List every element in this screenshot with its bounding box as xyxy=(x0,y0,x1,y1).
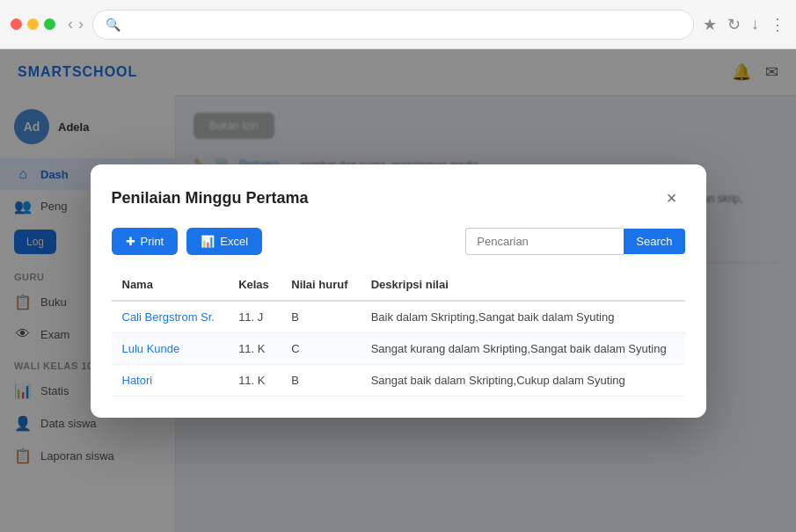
table-row: Cali Bergstrom Sr. 11. J B Baik dalam Sk… xyxy=(112,301,685,333)
browser-actions: ★ ↻ ↓ ⋮ xyxy=(703,15,785,34)
student-kelas: 11. K xyxy=(228,332,281,364)
app-background: SMARTSCHOOL 🔔 ✉ Ad Adela ⌂ Dash 👥 Peng xyxy=(0,49,796,532)
minimize-traffic-light[interactable] xyxy=(27,18,39,30)
table-row: Lulu Kunde 11. K C Sangat kurang dalam S… xyxy=(112,332,685,364)
forward-button[interactable]: › xyxy=(78,15,84,33)
student-name: Lulu Kunde xyxy=(112,332,229,364)
modal-dialog: Penilaian Minggu Pertama × ✚ Print 📊 Exc… xyxy=(91,164,706,418)
student-deskripsi: Sangat baik dalam Skripting,Cukup dalam … xyxy=(361,364,685,396)
modal-header: Penilaian Minggu Pertama × xyxy=(112,186,685,212)
browser-chrome: ‹ › 🔍 ★ ↻ ↓ ⋮ xyxy=(0,0,796,49)
traffic-lights xyxy=(11,18,55,30)
student-kelas: 11. K xyxy=(228,364,281,396)
menu-icon[interactable]: ⋮ xyxy=(770,15,785,34)
excel-button[interactable]: 📊 Excel xyxy=(186,228,262,255)
download-icon[interactable]: ↓ xyxy=(751,15,759,34)
toolbar-left: ✚ Print 📊 Excel xyxy=(112,228,263,255)
table-head: Nama Kelas Nilai huruf Deskripsi nilai xyxy=(112,269,685,301)
table-body: Cali Bergstrom Sr. 11. J B Baik dalam Sk… xyxy=(112,301,685,397)
student-deskripsi: Sangat kurang dalam Skripting,Sangat bai… xyxy=(361,332,685,364)
student-kelas: 11. J xyxy=(228,301,281,333)
student-name-link[interactable]: Hatori xyxy=(122,374,153,387)
student-nilai: B xyxy=(281,364,360,396)
browser-nav-buttons: ‹ › xyxy=(68,15,84,33)
student-nilai: B xyxy=(281,301,360,333)
fullscreen-traffic-light[interactable] xyxy=(44,18,55,30)
col-deskripsi: Deskripsi nilai xyxy=(361,269,685,301)
plus-icon: ✚ xyxy=(126,235,135,248)
table-header-row: Nama Kelas Nilai huruf Deskripsi nilai xyxy=(112,269,685,301)
col-kelas: Kelas xyxy=(228,269,281,301)
print-button[interactable]: ✚ Print xyxy=(112,228,179,255)
address-bar[interactable]: 🔍 xyxy=(92,10,694,40)
modal-close-button[interactable]: × xyxy=(659,186,685,212)
student-name-link[interactable]: Lulu Kunde xyxy=(122,342,180,355)
search-input[interactable] xyxy=(465,228,624,255)
student-name-link[interactable]: Cali Bergstrom Sr. xyxy=(122,310,215,324)
back-button[interactable]: ‹ xyxy=(68,15,73,33)
student-nilai: C xyxy=(281,332,360,364)
search-button[interactable]: Search xyxy=(624,229,684,254)
modal-title: Penilaian Minggu Pertama xyxy=(112,189,309,208)
close-traffic-light[interactable] xyxy=(11,18,22,30)
modal-overlay: Penilaian Minggu Pertama × ✚ Print 📊 Exc… xyxy=(0,49,796,532)
search-area: Search xyxy=(465,228,684,255)
col-nilai-huruf: Nilai huruf xyxy=(281,269,360,301)
col-nama: Nama xyxy=(112,269,229,301)
results-table: Nama Kelas Nilai huruf Deskripsi nilai C… xyxy=(112,269,685,397)
table-row: Hatori 11. K B Sangat baik dalam Skripti… xyxy=(112,364,685,396)
search-icon: 🔍 xyxy=(106,18,120,32)
student-name: Hatori xyxy=(112,364,229,396)
address-input[interactable] xyxy=(128,18,681,31)
student-name: Cali Bergstrom Sr. xyxy=(112,301,229,333)
student-deskripsi: Baik dalam Skripting,Sangat baik dalam S… xyxy=(361,301,685,333)
bookmark-icon[interactable]: ★ xyxy=(703,15,717,34)
excel-icon: 📊 xyxy=(201,235,215,248)
refresh-icon[interactable]: ↻ xyxy=(727,15,741,34)
modal-toolbar: ✚ Print 📊 Excel Search xyxy=(112,228,685,255)
